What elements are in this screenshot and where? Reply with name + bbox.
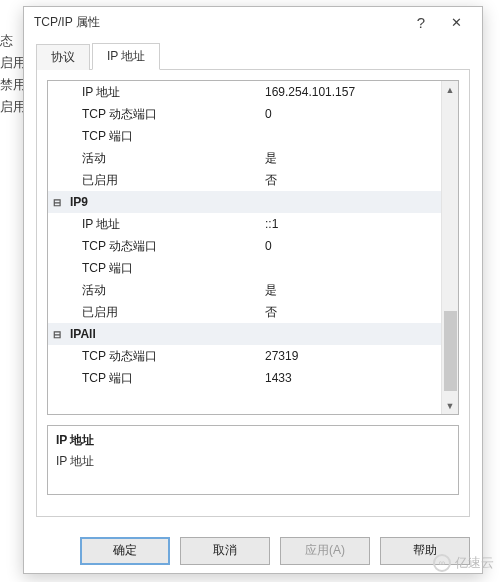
property-row[interactable]: TCP 动态端口27319 — [48, 345, 441, 367]
property-label: TCP 端口 — [66, 128, 261, 145]
property-row[interactable]: TCP 端口 — [48, 257, 441, 279]
dialog-title: TCP/IP 属性 — [34, 14, 406, 31]
property-value[interactable]: 否 — [261, 304, 441, 321]
property-label: 活动 — [66, 282, 261, 299]
description-body: IP 地址 — [56, 453, 450, 470]
property-label: TCP 端口 — [66, 260, 261, 277]
property-label: 已启用 — [66, 304, 261, 321]
property-label: IPAll — [66, 327, 261, 341]
property-label: TCP 动态端口 — [66, 238, 261, 255]
watermark-text: 亿速云 — [455, 554, 494, 572]
property-value[interactable]: 0 — [261, 239, 441, 253]
tab-strip: 协议 IP 地址 — [36, 43, 470, 69]
property-label: TCP 动态端口 — [66, 348, 261, 365]
ok-button[interactable]: 确定 — [80, 537, 170, 565]
property-value[interactable]: 是 — [261, 150, 441, 167]
cancel-button[interactable]: 取消 — [180, 537, 270, 565]
scroll-up-icon[interactable]: ▲ — [442, 81, 458, 98]
property-row[interactable]: TCP 端口 — [48, 125, 441, 147]
property-grid: IP 地址169.254.101.157TCP 动态端口0TCP 端口活动是已启… — [47, 80, 459, 415]
property-value[interactable]: 0 — [261, 107, 441, 121]
property-row[interactable]: IP 地址169.254.101.157 — [48, 81, 441, 103]
watermark-icon: ∞ — [433, 554, 451, 572]
property-label: IP 地址 — [66, 216, 261, 233]
dialog-content: 协议 IP 地址 IP 地址169.254.101.157TCP 动态端口0TC… — [24, 37, 482, 527]
tab-panel-ip-address: IP 地址169.254.101.157TCP 动态端口0TCP 端口活动是已启… — [36, 69, 470, 517]
tcpip-properties-dialog: TCP/IP 属性 ? ✕ 协议 IP 地址 IP 地址169.254.101.… — [23, 6, 483, 574]
property-row[interactable]: 已启用否 — [48, 169, 441, 191]
dialog-buttons: 确定 取消 应用(A) 帮助 — [24, 527, 482, 573]
property-label: 活动 — [66, 150, 261, 167]
property-value[interactable]: 否 — [261, 172, 441, 189]
tab-ip-address[interactable]: IP 地址 — [92, 43, 160, 70]
property-row[interactable]: TCP 端口1433 — [48, 367, 441, 389]
property-row[interactable]: TCP 动态端口0 — [48, 235, 441, 257]
description-box: IP 地址 IP 地址 — [47, 425, 459, 495]
property-row[interactable]: IP 地址::1 — [48, 213, 441, 235]
titlebar: TCP/IP 属性 ? ✕ — [24, 7, 482, 37]
property-grid-rows: IP 地址169.254.101.157TCP 动态端口0TCP 端口活动是已启… — [48, 81, 441, 414]
property-value[interactable]: ::1 — [261, 217, 441, 231]
property-row[interactable]: 已启用否 — [48, 301, 441, 323]
property-label: TCP 动态端口 — [66, 106, 261, 123]
property-label: IP 地址 — [66, 84, 261, 101]
expand-collapse-icon[interactable]: ⊟ — [48, 329, 66, 340]
close-icon[interactable]: ✕ — [436, 8, 476, 36]
property-value[interactable]: 是 — [261, 282, 441, 299]
description-heading: IP 地址 — [56, 432, 450, 449]
property-row[interactable]: TCP 动态端口0 — [48, 103, 441, 125]
watermark: ∞ 亿速云 — [433, 554, 494, 572]
apply-button: 应用(A) — [280, 537, 370, 565]
expand-collapse-icon[interactable]: ⊟ — [48, 197, 66, 208]
property-label: 已启用 — [66, 172, 261, 189]
property-section-header[interactable]: ⊟IP9 — [48, 191, 441, 213]
tab-protocol[interactable]: 协议 — [36, 44, 90, 70]
property-section-header[interactable]: ⊟IPAll — [48, 323, 441, 345]
property-label: IP9 — [66, 195, 261, 209]
help-icon[interactable]: ? — [406, 8, 436, 36]
scrollbar-vertical[interactable]: ▲ ▼ — [441, 81, 458, 414]
property-value[interactable]: 169.254.101.157 — [261, 85, 441, 99]
property-label: TCP 端口 — [66, 370, 261, 387]
property-row[interactable]: 活动是 — [48, 147, 441, 169]
scroll-thumb[interactable] — [444, 311, 457, 391]
scroll-down-icon[interactable]: ▼ — [442, 397, 458, 414]
property-row[interactable]: 活动是 — [48, 279, 441, 301]
property-value[interactable]: 1433 — [261, 371, 441, 385]
property-value[interactable]: 27319 — [261, 349, 441, 363]
